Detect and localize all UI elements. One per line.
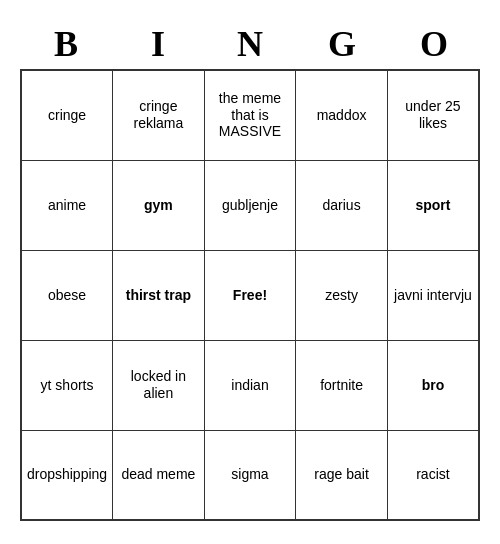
bingo-cell: racist — [387, 430, 479, 520]
bingo-cell: the meme that is MASSIVE — [204, 70, 296, 160]
bingo-cell: gym — [113, 160, 205, 250]
bingo-cell: under 25 likes — [387, 70, 479, 160]
bingo-cell: fortnite — [296, 340, 388, 430]
bingo-cell: indian — [204, 340, 296, 430]
bingo-cell: maddox — [296, 70, 388, 160]
bingo-cell: javni intervju — [387, 250, 479, 340]
header-letter: N — [204, 23, 296, 65]
bingo-cell: yt shorts — [21, 340, 113, 430]
bingo-cell: thirst trap — [113, 250, 205, 340]
bingo-grid: cringecringe reklamathe meme that is MAS… — [20, 69, 480, 521]
bingo-cell: dropshipping — [21, 430, 113, 520]
bingo-cell: rage bait — [296, 430, 388, 520]
bingo-cell: bro — [387, 340, 479, 430]
header-letter: G — [296, 23, 388, 65]
bingo-cell: anime — [21, 160, 113, 250]
bingo-cell: Free! — [204, 250, 296, 340]
header-letter: I — [112, 23, 204, 65]
bingo-cell: cringe — [21, 70, 113, 160]
bingo-cell: gubljenje — [204, 160, 296, 250]
bingo-cell: darius — [296, 160, 388, 250]
header-letter: O — [388, 23, 480, 65]
bingo-cell: cringe reklama — [113, 70, 205, 160]
bingo-card: BINGO cringecringe reklamathe meme that … — [20, 23, 480, 521]
bingo-cell: sigma — [204, 430, 296, 520]
bingo-row: animegymgubljenjedariussport — [21, 160, 479, 250]
bingo-cell: sport — [387, 160, 479, 250]
bingo-cell: zesty — [296, 250, 388, 340]
bingo-header: BINGO — [20, 23, 480, 65]
bingo-row: dropshippingdead memesigmarage baitracis… — [21, 430, 479, 520]
bingo-row: cringecringe reklamathe meme that is MAS… — [21, 70, 479, 160]
bingo-cell: dead meme — [113, 430, 205, 520]
header-letter: B — [20, 23, 112, 65]
bingo-row: yt shortslocked in alienindianfortnitebr… — [21, 340, 479, 430]
bingo-cell: locked in alien — [113, 340, 205, 430]
bingo-row: obesethirst trapFree!zestyjavni intervju — [21, 250, 479, 340]
bingo-cell: obese — [21, 250, 113, 340]
